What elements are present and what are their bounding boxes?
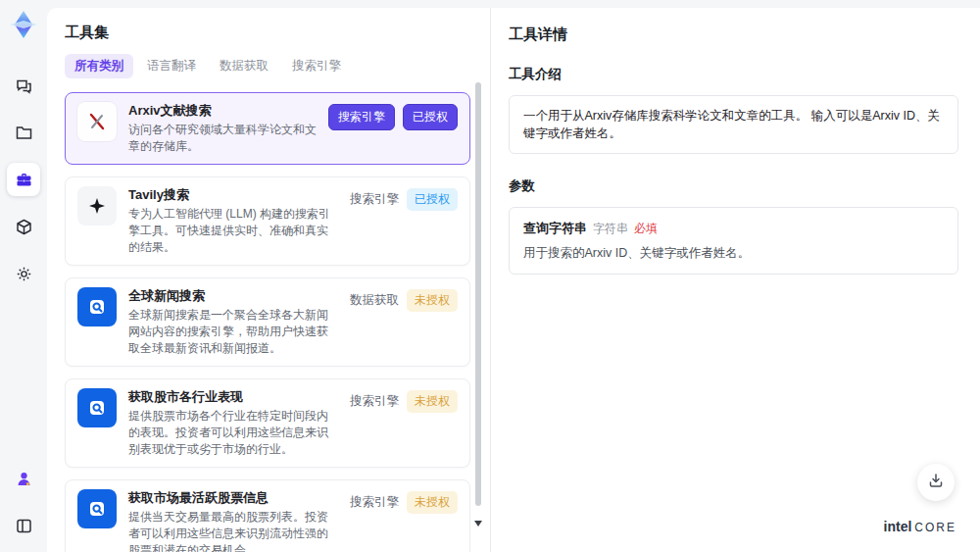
- sidebar: [0, 0, 47, 552]
- tool-description: 全球新闻搜索是一个聚合全球各大新闻网站内容的搜索引擎，帮助用户快速获取全球最新资…: [128, 307, 338, 357]
- sidebar-item-packages[interactable]: [7, 210, 40, 243]
- detail-title: 工具详情: [509, 25, 958, 44]
- panel-toggle-icon: [15, 517, 33, 535]
- sidebar-item-settings[interactable]: [7, 257, 40, 290]
- tool-description: 提供当天交易量最高的股票列表。投资者可以利用这些信息来识别流动性强的股票和潜在的…: [128, 509, 338, 552]
- tool-card-arxiv[interactable]: Arxiv文献搜索 访问各个研究领域大量科学论文和文章的存储库。 搜索引擎 已授…: [65, 92, 470, 165]
- sidebar-item-collapse[interactable]: [7, 509, 40, 542]
- avatar-icon: [15, 470, 33, 488]
- folder-icon: [15, 124, 33, 142]
- tool-intro-text: 一个用于从Arxiv存储库搜索科学论文和文章的工具。 输入可以是Arxiv ID…: [509, 95, 958, 154]
- stock-search-icon: [77, 489, 117, 528]
- news-search-icon: [77, 287, 117, 326]
- status-badge-unauthorized: 未授权: [407, 491, 458, 514]
- tool-description: 访问各个研究领域大量科学论文和文章的存储库。: [128, 122, 317, 155]
- download-icon: [927, 472, 945, 493]
- status-badge-unauthorized: 未授权: [407, 289, 458, 312]
- tool-card-global-news[interactable]: 全球新闻搜索 全球新闻搜索是一个聚合全球各大新闻网站内容的搜索引擎，帮助用户快速…: [65, 277, 470, 367]
- category-chip[interactable]: 搜索引擎: [328, 104, 395, 130]
- tool-title: Tavily搜索: [128, 186, 338, 204]
- param-type: 字符串: [593, 221, 628, 237]
- sidebar-item-chat[interactable]: [7, 69, 40, 102]
- tab-all-categories[interactable]: 所有类别: [65, 54, 133, 78]
- gear-icon: [15, 265, 33, 283]
- tool-title: 获取股市各行业表现: [128, 388, 338, 406]
- tool-description: 提供股票市场各个行业在特定时间段内的表现。投资者可以利用这些信息来识别表现优于或…: [128, 408, 338, 458]
- tab-search-engine[interactable]: 搜索引擎: [282, 54, 351, 78]
- tab-data-fetch[interactable]: 数据获取: [210, 54, 278, 78]
- scroll-down-arrow-icon[interactable]: [474, 521, 482, 527]
- tool-title: 获取市场最活跃股票信息: [128, 489, 338, 507]
- tool-title: 全球新闻搜索: [128, 287, 338, 305]
- param-name: 查询字符串: [523, 220, 587, 237]
- arxiv-icon: [77, 102, 117, 141]
- tool-card-tavily[interactable]: Tavily搜索 专为人工智能代理 (LLM) 构建的搜索引擎工具。可快速提供实…: [65, 176, 470, 266]
- list-scrollbar-thumb[interactable]: [475, 82, 481, 506]
- chat-icon: [15, 76, 33, 95]
- category-label: 搜索引擎: [350, 191, 399, 208]
- tool-description: 专为人工智能代理 (LLM) 构建的搜索引擎工具。可快速提供实时、准确和真实的结…: [128, 206, 338, 256]
- download-button[interactable]: [917, 464, 955, 501]
- parameter-item: 查询字符串 字符串 必填 用于搜索的Arxiv ID、关键字或作者姓名。: [509, 207, 958, 275]
- category-label: 搜索引擎: [350, 494, 399, 511]
- cube-icon: [15, 218, 33, 236]
- intro-heading: 工具介绍: [509, 66, 958, 83]
- param-description: 用于搜索的Arxiv ID、关键字或作者姓名。: [523, 245, 944, 262]
- sidebar-item-files[interactable]: [7, 116, 40, 149]
- intel-wordmark: intel: [884, 519, 912, 534]
- app-window: 工具集 所有类别 语言翻译 数据获取 搜索引擎 A: [0, 0, 980, 552]
- briefcase-icon: [15, 171, 33, 189]
- tool-title: Arxiv文献搜索: [128, 102, 317, 120]
- page-title: 工具集: [65, 24, 470, 42]
- sidebar-item-account[interactable]: [7, 462, 40, 495]
- tool-card-list: Arxiv文献搜索 访问各个研究领域大量科学论文和文章的存储库。 搜索引擎 已授…: [65, 92, 470, 552]
- status-badge-unauthorized: 未授权: [407, 390, 458, 413]
- stock-search-icon: [77, 388, 117, 427]
- params-heading: 参数: [509, 177, 958, 195]
- tool-list-panel: 工具集 所有类别 语言翻译 数据获取 搜索引擎 A: [47, 8, 490, 552]
- param-required-badge: 必填: [634, 221, 658, 237]
- tavily-star-icon: [77, 186, 117, 226]
- sidebar-item-tools[interactable]: [7, 163, 40, 196]
- status-chip-authorized[interactable]: 已授权: [403, 104, 458, 130]
- category-label: 数据获取: [350, 292, 399, 309]
- category-label: 搜索引擎: [350, 393, 399, 410]
- intel-core-logo: intel CORE: [884, 519, 956, 534]
- status-badge-authorized: 已授权: [407, 188, 458, 211]
- tool-detail-panel: 工具详情 工具介绍 一个用于从Arxiv存储库搜索科学论文和文章的工具。 输入可…: [491, 8, 980, 552]
- tool-card-active-stocks[interactable]: 获取市场最活跃股票信息 提供当天交易量最高的股票列表。投资者可以利用这些信息来识…: [65, 479, 470, 552]
- core-wordmark: CORE: [914, 521, 956, 534]
- app-logo: [7, 8, 40, 41]
- main-content: 工具集 所有类别 语言翻译 数据获取 搜索引擎 A: [47, 8, 980, 552]
- tool-card-stock-sector[interactable]: 获取股市各行业表现 提供股票市场各个行业在特定时间段内的表现。投资者可以利用这些…: [65, 378, 470, 468]
- tab-language-translation[interactable]: 语言翻译: [137, 54, 206, 78]
- category-tabs: 所有类别 语言翻译 数据获取 搜索引擎: [65, 54, 470, 78]
